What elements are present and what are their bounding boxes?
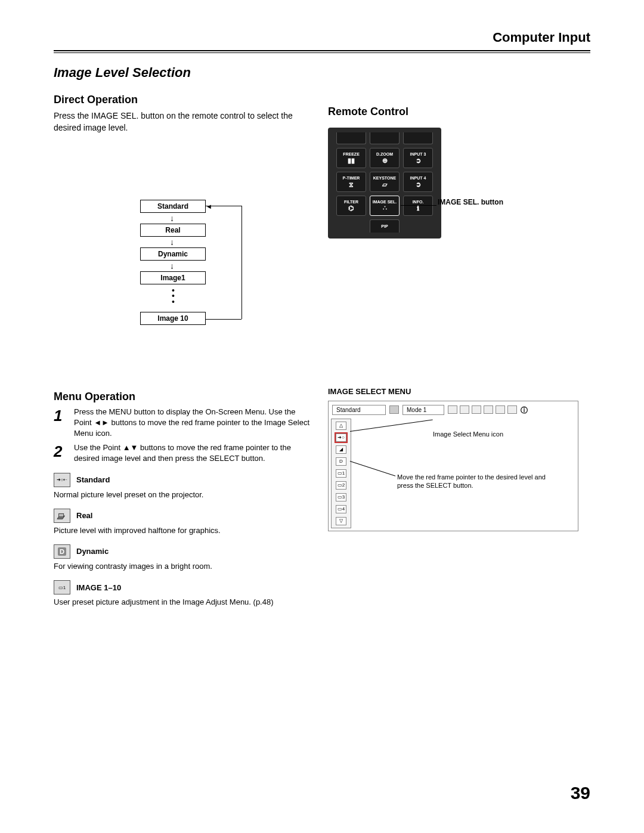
mode-real-row: Real bbox=[54, 509, 310, 523]
standard-icon: ➜○⇠ bbox=[54, 473, 70, 487]
zoom-icon: ⊕ bbox=[382, 157, 388, 164]
image110-icon: ▭1 bbox=[54, 580, 70, 594]
arrow-left-icon: ◄ bbox=[206, 203, 212, 210]
callout-line bbox=[350, 461, 395, 476]
freeze-button[interactable]: FREEZE▮▮ bbox=[336, 148, 366, 168]
remote-heading: Remote Control bbox=[328, 106, 590, 118]
step-text: Use the Point ▲▼ buttons to move the red… bbox=[74, 442, 310, 464]
dynamic-icon: D bbox=[54, 544, 70, 559]
side-icon: ▭4 bbox=[336, 505, 346, 513]
keystone-icon: ▱ bbox=[382, 181, 387, 188]
step-number: 2 bbox=[54, 442, 67, 464]
imagesel-icon: ∴ bbox=[383, 205, 387, 212]
btn-label: INFO. bbox=[413, 200, 424, 204]
ism-mode-cell: Mode 1 bbox=[402, 405, 444, 415]
info-n-icon: ⓘ bbox=[519, 405, 529, 414]
menu-icon bbox=[507, 405, 517, 414]
rule-thin bbox=[54, 52, 590, 53]
btn-label: KEYSTONE bbox=[373, 176, 396, 180]
ism-side-column: △ ➜○ ◢ D ▭1 ▭2 ▭3 ▭4 ▽ bbox=[331, 419, 351, 528]
btn-label: FILTER bbox=[344, 200, 358, 204]
real-icon bbox=[54, 509, 70, 523]
cycle-box: Image 10 bbox=[140, 312, 206, 325]
direct-op-text: Press the IMAGE SEL. button on the remot… bbox=[54, 110, 310, 134]
cycle-box: Real bbox=[140, 224, 206, 237]
up-arrow-icon: △ bbox=[336, 422, 346, 430]
keystone-button[interactable]: KEYSTONE▱ bbox=[370, 172, 400, 192]
page-number: 39 bbox=[571, 783, 590, 803]
btn-label: P-TIMER bbox=[343, 176, 360, 180]
arrow-down-icon: ↓ bbox=[170, 262, 174, 270]
btn-label: INPUT 3 bbox=[410, 152, 426, 156]
info-icon: ℹ bbox=[417, 205, 419, 212]
btn-label: INPUT 4 bbox=[410, 176, 426, 180]
mode-desc: Picture level with improved halftone for… bbox=[54, 525, 310, 536]
remote-control: FREEZE▮▮ D.ZOOM⊕ INPUT 3➲ P-TIMER⧖ KEYST… bbox=[328, 128, 441, 239]
imagesel-callout: IMAGE SEL. button bbox=[438, 198, 503, 208]
down-arrow-icon: ▽ bbox=[336, 517, 346, 525]
direct-op-heading: Direct Operation bbox=[54, 94, 310, 106]
remote-btn-cut bbox=[403, 132, 433, 144]
rule-thick bbox=[54, 50, 590, 51]
side-icon: ◢ bbox=[336, 445, 346, 454]
side-icon: ▭2 bbox=[336, 481, 346, 490]
callout-line bbox=[419, 205, 436, 206]
imagesel-button[interactable]: IMAGE SEL.∴ bbox=[370, 196, 400, 216]
info-button[interactable]: INFO.ℹ bbox=[403, 196, 433, 216]
input4-button[interactable]: INPUT 4➲ bbox=[403, 172, 433, 192]
pip-button[interactable]: PIP bbox=[370, 219, 400, 233]
ism-figure: Standard Mode 1 ⓘ △ ➜○ bbox=[328, 401, 578, 531]
menu-icon bbox=[448, 405, 457, 414]
chapter-header: Computer Input bbox=[54, 30, 590, 45]
menu-icon bbox=[484, 405, 493, 414]
side-icon: D bbox=[336, 457, 346, 466]
ism-standard-cell: Standard bbox=[332, 405, 386, 415]
callout-line bbox=[401, 205, 419, 206]
mode-label: Dynamic bbox=[76, 547, 109, 556]
step-1: 1 Press the MENU button to display the O… bbox=[54, 407, 310, 439]
mode-label: IMAGE 1–10 bbox=[76, 583, 121, 592]
cycle-box: Image1 bbox=[140, 271, 206, 284]
mode-image110-row: ▭1 IMAGE 1–10 bbox=[54, 580, 310, 594]
btn-label: D.ZOOM bbox=[376, 152, 393, 156]
input3-button[interactable]: INPUT 3➲ bbox=[403, 148, 433, 168]
dots-icon: ••• bbox=[172, 288, 175, 305]
menu-icon bbox=[460, 405, 469, 414]
menu-op-heading: Menu Operation bbox=[54, 391, 310, 403]
loop-line bbox=[242, 206, 242, 319]
step-text: Press the MENU button to display the On-… bbox=[74, 407, 310, 439]
arrow-down-icon: ↓ bbox=[170, 214, 174, 222]
remote-btn-cut bbox=[336, 132, 366, 144]
step-number: 1 bbox=[54, 407, 67, 439]
mode-desc: Normal picture level preset on the proje… bbox=[54, 490, 310, 500]
mode-desc: User preset picture adjustment in the Im… bbox=[54, 597, 310, 608]
ism-small-icon bbox=[389, 405, 399, 414]
dzoom-button[interactable]: D.ZOOM⊕ bbox=[370, 148, 400, 168]
remote-btn-cut bbox=[370, 132, 400, 144]
mode-label: Standard bbox=[76, 475, 110, 484]
section-title: Image Level Selection bbox=[54, 65, 590, 80]
btn-label: FREEZE bbox=[343, 152, 360, 156]
btn-label: PIP bbox=[381, 224, 388, 228]
side-icon: ▭1 bbox=[336, 469, 346, 478]
input-icon: ➲ bbox=[416, 157, 421, 164]
filter-icon: ⌬ bbox=[348, 205, 354, 212]
svg-rect-1 bbox=[59, 513, 64, 516]
filter-button[interactable]: FILTER⌬ bbox=[336, 196, 366, 216]
input-icon: ➲ bbox=[416, 181, 421, 188]
menu-icon bbox=[496, 405, 505, 414]
pause-icon: ▮▮ bbox=[348, 157, 355, 164]
arrow-down-icon: ↓ bbox=[170, 238, 174, 246]
mode-dynamic-row: D Dynamic bbox=[54, 544, 310, 559]
mode-standard-row: ➜○⇠ Standard bbox=[54, 473, 310, 487]
cycle-box: Dynamic bbox=[140, 247, 206, 261]
ptimer-button[interactable]: P-TIMER⧖ bbox=[336, 172, 366, 192]
mode-label: Real bbox=[76, 511, 92, 520]
mode-desc: For viewing contrasty images in a bright… bbox=[54, 561, 310, 572]
ism-icons-row: ⓘ bbox=[448, 405, 529, 414]
cycle-box: Standard bbox=[140, 200, 206, 213]
btn-label: IMAGE SEL. bbox=[373, 200, 397, 204]
callout-line bbox=[350, 419, 433, 431]
cycle-diagram: Standard ↓ Real ↓ Dynamic ↓ Image1 ••• I… bbox=[104, 200, 259, 331]
timer-icon: ⧖ bbox=[349, 181, 354, 188]
